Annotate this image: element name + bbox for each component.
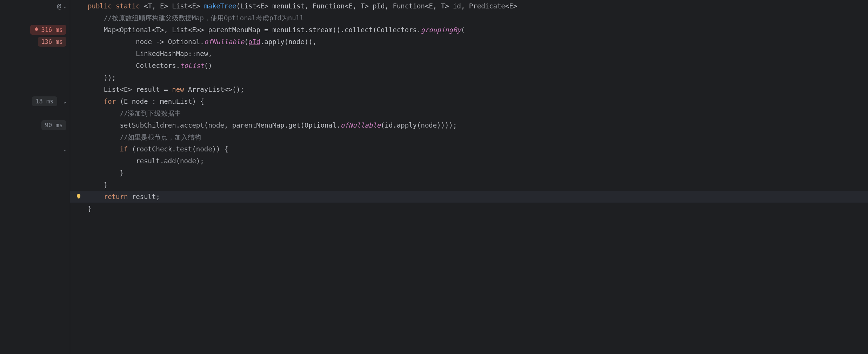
gutter-row [0, 12, 70, 24]
gutter-row [0, 191, 70, 203]
code-text: Collectors. [136, 62, 180, 69]
code-line[interactable]: } [70, 203, 868, 215]
code-line[interactable]: } [70, 179, 868, 191]
code-line[interactable]: public static <T, E> List<E> makeTree(Li… [70, 0, 868, 12]
generic-params: <T, E> [144, 2, 168, 10]
code-area[interactable]: public static <T, E> List<E> makeTree(Li… [70, 0, 868, 354]
perf-badge-text: 316 ms [41, 26, 63, 34]
chevron-down-icon: ⌄ [64, 3, 66, 9]
keyword: for [104, 97, 116, 105]
static-method: toList [180, 62, 204, 69]
gutter-row [0, 179, 70, 191]
gutter-row: 136 ms [0, 36, 70, 48]
code-line[interactable]: //如里是根节点，加入结构 [70, 131, 868, 143]
code-text: List<E> result = [104, 86, 172, 93]
gutter-row [0, 167, 70, 179]
code-text: } [120, 169, 124, 177]
svg-rect-0 [78, 198, 80, 199]
params: (List<E> menuList, Function<E, T> pId, F… [236, 2, 517, 10]
type: > [196, 2, 200, 10]
perf-badge-low[interactable]: 18 ms [32, 96, 57, 106]
code-line[interactable]: LinkedHashMap::new, [70, 48, 868, 60]
code-line[interactable]: setSubChildren.accept(node, parentMenuMa… [70, 119, 868, 131]
static-method: ofNullable [204, 38, 244, 46]
code-text: )); [104, 74, 116, 81]
code-line[interactable]: Map<Optional<T>, List<E>> parentMenuMap … [70, 24, 868, 36]
code-text: (E node : menuList) { [116, 97, 204, 105]
code-line[interactable]: //添加到下级数据中 [70, 107, 868, 119]
code-line[interactable]: Collectors.toList() [70, 60, 868, 72]
code-editor: @ ⌄ 316 ms 136 ms 18 ms ⌄ [0, 0, 868, 354]
code-line[interactable]: for (E node : menuList) { [70, 95, 868, 107]
gutter-row [0, 83, 70, 95]
perf-badge-text: 90 ms [45, 121, 63, 129]
code-line[interactable]: node -> Optional.ofNullable(pId.apply(no… [70, 36, 868, 48]
code-text: LinkedHashMap::new, [136, 50, 212, 57]
keyword: if [120, 145, 128, 153]
method-name: makeTree [204, 2, 236, 10]
static-method: groupingBy [421, 26, 461, 34]
flame-icon [34, 26, 39, 34]
type: List< [172, 2, 192, 10]
gutter-row [0, 60, 70, 72]
code-line[interactable]: )); [70, 72, 868, 83]
type-param: E [192, 2, 196, 10]
gutter-row [0, 155, 70, 167]
code-text: } [88, 205, 92, 212]
code-text: .apply(node)), [260, 38, 316, 46]
gutter-row [0, 107, 70, 119]
code-line[interactable]: List<E> result = new ArrayList<>(); [70, 83, 868, 95]
keyword: static [116, 2, 140, 10]
annotations-indicator[interactable]: @ ⌄ [57, 2, 66, 10]
code-text: ( [244, 38, 248, 46]
perf-badge-low[interactable]: 90 ms [41, 120, 66, 130]
code-text: ArrayList<>(); [184, 86, 245, 93]
gutter-row [0, 72, 70, 83]
gutter-row [0, 131, 70, 143]
fold-chevron-icon[interactable]: ⌄ [64, 146, 66, 152]
gutter-row [0, 203, 70, 215]
code-line[interactable]: //按原数组顺序构建父级数据Map，使用Optional考虑pId为null [70, 12, 868, 24]
code-text: (id.apply(node)))); [381, 121, 457, 129]
keyword: return [104, 193, 128, 200]
code-line[interactable]: if (rootCheck.test(node)) { [70, 143, 868, 155]
gutter-row: 90 ms [0, 119, 70, 131]
comment: //按原数组顺序构建父级数据Map，使用Optional考虑pId为null [104, 14, 304, 22]
gutter-row [0, 48, 70, 60]
perf-badge-text: 18 ms [35, 97, 53, 105]
code-text: result; [128, 193, 160, 200]
gutter-row: @ ⌄ [0, 0, 70, 12]
fold-chevron-icon[interactable]: ⌄ [64, 98, 66, 104]
code-text: ( [461, 26, 465, 34]
keyword: public [88, 2, 112, 10]
code-line[interactable]: } [70, 167, 868, 179]
code-text: node -> Optional. [136, 38, 204, 46]
code-text: setSubChildren.accept(node, parentMenuMa… [120, 121, 341, 129]
perf-badge-med[interactable]: 136 ms [38, 37, 66, 47]
gutter-row: 316 ms [0, 24, 70, 36]
code-line[interactable]: result.add(node); [70, 155, 868, 167]
code-line-active[interactable]: return result; [70, 191, 868, 203]
param-ref: pId [248, 38, 260, 46]
gutter: @ ⌄ 316 ms 136 ms 18 ms ⌄ [0, 0, 70, 354]
at-label: @ [57, 2, 61, 10]
code-text: (rootCheck.test(node)) { [128, 145, 228, 153]
perf-badge-hot[interactable]: 316 ms [30, 25, 66, 35]
perf-badge-text: 136 ms [41, 38, 63, 46]
comment: //如里是根节点，加入结构 [120, 133, 201, 141]
gutter-row: 18 ms ⌄ [0, 95, 70, 107]
static-method: ofNullable [341, 121, 381, 129]
code-text: result.add(node); [136, 157, 204, 165]
code-text: } [104, 181, 108, 189]
comment: //添加到下级数据中 [120, 109, 181, 117]
code-text: Map<Optional<T>, List<E>> parentMenuMap … [104, 26, 421, 34]
keyword: new [172, 86, 184, 93]
gutter-row: ⌄ [0, 143, 70, 155]
code-text: () [204, 62, 212, 69]
intention-bulb-icon[interactable] [74, 192, 83, 201]
